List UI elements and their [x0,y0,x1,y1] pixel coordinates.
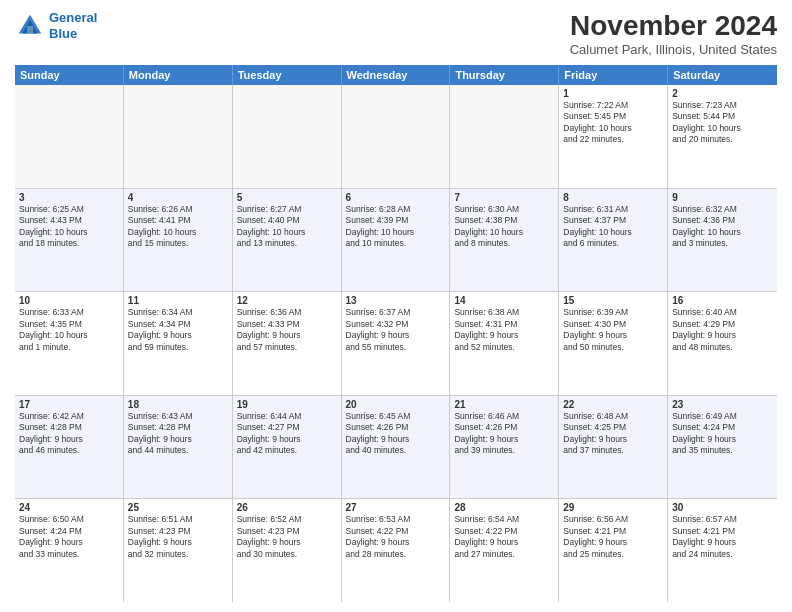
day-info: Sunrise: 7:22 AM Sunset: 5:45 PM Dayligh… [563,100,663,146]
day-info: Sunrise: 6:27 AM Sunset: 4:40 PM Dayligh… [237,204,337,250]
calendar-header-day: Monday [124,65,233,85]
calendar-header-day: Friday [559,65,668,85]
day-info: Sunrise: 6:52 AM Sunset: 4:23 PM Dayligh… [237,514,337,560]
header: General Blue November 2024 Calumet Park,… [15,10,777,57]
day-number: 8 [563,192,663,203]
calendar-cell [233,85,342,188]
day-info: Sunrise: 6:42 AM Sunset: 4:28 PM Dayligh… [19,411,119,457]
day-info: Sunrise: 6:45 AM Sunset: 4:26 PM Dayligh… [346,411,446,457]
day-number: 22 [563,399,663,410]
calendar-cell: 15Sunrise: 6:39 AM Sunset: 4:30 PM Dayli… [559,292,668,395]
day-info: Sunrise: 6:25 AM Sunset: 4:43 PM Dayligh… [19,204,119,250]
day-number: 3 [19,192,119,203]
day-number: 11 [128,295,228,306]
day-number: 15 [563,295,663,306]
svg-rect-2 [27,26,33,34]
calendar-cell: 13Sunrise: 6:37 AM Sunset: 4:32 PM Dayli… [342,292,451,395]
day-info: Sunrise: 6:31 AM Sunset: 4:37 PM Dayligh… [563,204,663,250]
day-number: 25 [128,502,228,513]
day-number: 30 [672,502,773,513]
calendar-cell: 16Sunrise: 6:40 AM Sunset: 4:29 PM Dayli… [668,292,777,395]
day-number: 1 [563,88,663,99]
day-info: Sunrise: 6:38 AM Sunset: 4:31 PM Dayligh… [454,307,554,353]
calendar-cell: 7Sunrise: 6:30 AM Sunset: 4:38 PM Daylig… [450,189,559,292]
day-info: Sunrise: 6:26 AM Sunset: 4:41 PM Dayligh… [128,204,228,250]
day-number: 29 [563,502,663,513]
logo-text: General Blue [49,10,97,41]
day-info: Sunrise: 6:50 AM Sunset: 4:24 PM Dayligh… [19,514,119,560]
calendar-header-day: Wednesday [342,65,451,85]
calendar-row: 3Sunrise: 6:25 AM Sunset: 4:43 PM Daylig… [15,189,777,293]
day-number: 2 [672,88,773,99]
calendar-cell: 22Sunrise: 6:48 AM Sunset: 4:25 PM Dayli… [559,396,668,499]
day-info: Sunrise: 7:23 AM Sunset: 5:44 PM Dayligh… [672,100,773,146]
calendar-cell: 27Sunrise: 6:53 AM Sunset: 4:22 PM Dayli… [342,499,451,602]
day-info: Sunrise: 6:46 AM Sunset: 4:26 PM Dayligh… [454,411,554,457]
day-number: 27 [346,502,446,513]
day-info: Sunrise: 6:40 AM Sunset: 4:29 PM Dayligh… [672,307,773,353]
logo: General Blue [15,10,97,41]
day-info: Sunrise: 6:51 AM Sunset: 4:23 PM Dayligh… [128,514,228,560]
calendar-cell [450,85,559,188]
calendar-cell: 29Sunrise: 6:56 AM Sunset: 4:21 PM Dayli… [559,499,668,602]
day-number: 17 [19,399,119,410]
calendar-cell: 26Sunrise: 6:52 AM Sunset: 4:23 PM Dayli… [233,499,342,602]
calendar-cell: 8Sunrise: 6:31 AM Sunset: 4:37 PM Daylig… [559,189,668,292]
day-info: Sunrise: 6:49 AM Sunset: 4:24 PM Dayligh… [672,411,773,457]
calendar-cell: 23Sunrise: 6:49 AM Sunset: 4:24 PM Dayli… [668,396,777,499]
day-number: 21 [454,399,554,410]
logo-icon [15,11,45,41]
day-number: 20 [346,399,446,410]
day-number: 23 [672,399,773,410]
calendar-cell: 25Sunrise: 6:51 AM Sunset: 4:23 PM Dayli… [124,499,233,602]
main-title: November 2024 [570,10,777,42]
calendar: SundayMondayTuesdayWednesdayThursdayFrid… [15,65,777,602]
calendar-row: 10Sunrise: 6:33 AM Sunset: 4:35 PM Dayli… [15,292,777,396]
day-number: 19 [237,399,337,410]
day-info: Sunrise: 6:37 AM Sunset: 4:32 PM Dayligh… [346,307,446,353]
day-info: Sunrise: 6:34 AM Sunset: 4:34 PM Dayligh… [128,307,228,353]
calendar-cell: 12Sunrise: 6:36 AM Sunset: 4:33 PM Dayli… [233,292,342,395]
day-number: 13 [346,295,446,306]
calendar-row: 1Sunrise: 7:22 AM Sunset: 5:45 PM Daylig… [15,85,777,189]
day-info: Sunrise: 6:56 AM Sunset: 4:21 PM Dayligh… [563,514,663,560]
day-info: Sunrise: 6:32 AM Sunset: 4:36 PM Dayligh… [672,204,773,250]
day-info: Sunrise: 6:53 AM Sunset: 4:22 PM Dayligh… [346,514,446,560]
day-info: Sunrise: 6:30 AM Sunset: 4:38 PM Dayligh… [454,204,554,250]
calendar-row: 17Sunrise: 6:42 AM Sunset: 4:28 PM Dayli… [15,396,777,500]
calendar-cell: 20Sunrise: 6:45 AM Sunset: 4:26 PM Dayli… [342,396,451,499]
calendar-cell: 18Sunrise: 6:43 AM Sunset: 4:28 PM Dayli… [124,396,233,499]
calendar-header-day: Saturday [668,65,777,85]
title-block: November 2024 Calumet Park, Illinois, Un… [570,10,777,57]
day-info: Sunrise: 6:57 AM Sunset: 4:21 PM Dayligh… [672,514,773,560]
calendar-cell: 2Sunrise: 7:23 AM Sunset: 5:44 PM Daylig… [668,85,777,188]
day-info: Sunrise: 6:48 AM Sunset: 4:25 PM Dayligh… [563,411,663,457]
calendar-cell: 28Sunrise: 6:54 AM Sunset: 4:22 PM Dayli… [450,499,559,602]
calendar-cell: 30Sunrise: 6:57 AM Sunset: 4:21 PM Dayli… [668,499,777,602]
day-number: 6 [346,192,446,203]
subtitle: Calumet Park, Illinois, United States [570,42,777,57]
day-info: Sunrise: 6:44 AM Sunset: 4:27 PM Dayligh… [237,411,337,457]
day-number: 26 [237,502,337,513]
calendar-cell [15,85,124,188]
day-info: Sunrise: 6:28 AM Sunset: 4:39 PM Dayligh… [346,204,446,250]
calendar-header-day: Tuesday [233,65,342,85]
day-info: Sunrise: 6:54 AM Sunset: 4:22 PM Dayligh… [454,514,554,560]
day-info: Sunrise: 6:43 AM Sunset: 4:28 PM Dayligh… [128,411,228,457]
calendar-cell [124,85,233,188]
page: General Blue November 2024 Calumet Park,… [0,0,792,612]
day-number: 18 [128,399,228,410]
calendar-row: 24Sunrise: 6:50 AM Sunset: 4:24 PM Dayli… [15,499,777,602]
day-number: 28 [454,502,554,513]
calendar-header: SundayMondayTuesdayWednesdayThursdayFrid… [15,65,777,85]
day-info: Sunrise: 6:39 AM Sunset: 4:30 PM Dayligh… [563,307,663,353]
calendar-cell: 19Sunrise: 6:44 AM Sunset: 4:27 PM Dayli… [233,396,342,499]
calendar-body: 1Sunrise: 7:22 AM Sunset: 5:45 PM Daylig… [15,85,777,602]
calendar-cell: 1Sunrise: 7:22 AM Sunset: 5:45 PM Daylig… [559,85,668,188]
calendar-cell: 24Sunrise: 6:50 AM Sunset: 4:24 PM Dayli… [15,499,124,602]
calendar-cell [342,85,451,188]
day-number: 9 [672,192,773,203]
calendar-cell: 21Sunrise: 6:46 AM Sunset: 4:26 PM Dayli… [450,396,559,499]
day-number: 24 [19,502,119,513]
calendar-cell: 9Sunrise: 6:32 AM Sunset: 4:36 PM Daylig… [668,189,777,292]
